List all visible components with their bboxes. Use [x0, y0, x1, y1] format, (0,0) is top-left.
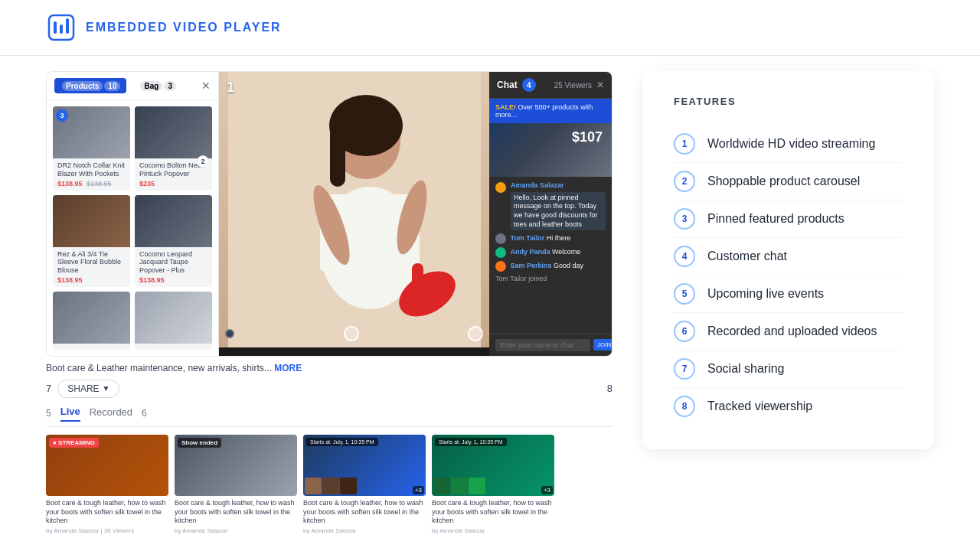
recorded-tab[interactable]: Recorded — [90, 406, 132, 421]
player-actions: 7 SHARE ▼ 8 — [46, 377, 612, 401]
svg-rect-3 — [66, 18, 69, 34]
chat-title-label: Chat — [497, 80, 518, 90]
more-badge: +3 — [413, 486, 424, 494]
feature-item: 5 Upcoming live events — [674, 276, 903, 313]
more-link[interactable]: MORE — [274, 363, 302, 373]
video-control-dot[interactable] — [225, 329, 234, 338]
product-badge: 3 — [56, 109, 68, 122]
chat-header: Chat 4 25 Viewers ✕ — [489, 72, 612, 99]
product-card[interactable] — [53, 292, 130, 350]
feature-label: Customer chat — [707, 249, 787, 263]
product-info: Cocomo Leopard Jacquard Taupe Popover - … — [135, 247, 212, 287]
product-name: Cocomo Leopard Jacquard Taupe Popover - … — [139, 250, 207, 275]
feature-item: 8 Tracked viewership — [674, 388, 903, 425]
products-tab[interactable]: Products10 — [54, 78, 126, 93]
feature-label: Shoppable product carousel — [707, 174, 860, 188]
live-tab[interactable]: Live — [60, 406, 80, 422]
thumbnail-image: ● STREAMING — [46, 435, 168, 496]
thumbnail-overlay — [433, 478, 485, 494]
share-number: 7 — [46, 383, 51, 394]
chat-input-area: JOIN CHAT — [489, 334, 612, 356]
feature-label: Worldwide HD video streaming — [707, 137, 875, 151]
feature-number: 3 — [674, 208, 695, 230]
main-content: Products10 Bag3 ✕ 3 DR2 Not — [0, 56, 980, 549]
feature-item: 7 Social sharing — [674, 350, 903, 388]
chat-badge: 4 — [522, 78, 536, 92]
product-card[interactable]: Cocomo Leopard Jacquard Taupe Popover - … — [135, 195, 212, 287]
chat-input[interactable] — [495, 339, 590, 351]
thumbnail-title: Boot care & tough leather, how to wash y… — [175, 499, 297, 526]
features-card: FEATURES 1 Worldwide HD video streaming … — [643, 71, 934, 449]
starts-badge: Starts at: July, 1, 10:35 PM — [306, 438, 378, 446]
svg-rect-2 — [60, 24, 63, 34]
feature-label: Pinned featured products — [707, 212, 844, 226]
chat-message: Tom Tailor joined — [495, 275, 606, 284]
video-controls[interactable] — [225, 326, 483, 341]
share-chevron-icon: ▼ — [103, 384, 110, 393]
chat-message: Andy Panda Welcome — [495, 247, 606, 258]
product-card[interactable] — [135, 292, 212, 350]
video-person — [219, 72, 489, 347]
header: EMBEDDED VIDEO PLAYER — [0, 0, 980, 56]
video-content — [228, 72, 481, 347]
feature-label: Recorded and uploaded videos — [707, 324, 877, 338]
chat-username: Tom Tailor — [511, 235, 545, 243]
feature-item: 4 Customer chat — [674, 238, 903, 276]
player-wrapper: Products10 Bag3 ✕ 3 DR2 Not — [46, 71, 612, 357]
video-control-button-2[interactable] — [468, 326, 483, 341]
product-image — [53, 195, 130, 247]
chat-username: Sam Perkins — [511, 262, 552, 270]
small-img — [451, 478, 468, 494]
join-chat-button[interactable]: JOIN CHAT — [593, 339, 612, 350]
product-price: $235 — [139, 180, 207, 187]
product-card[interactable]: 3 DR2 Notch Collar Knit Blazer With Pock… — [53, 106, 130, 191]
video-background: 1 — [219, 72, 489, 347]
video-number: 1 — [227, 80, 234, 96]
player-description: Boot care & Leather maintenance, new arr… — [46, 357, 612, 377]
small-img — [340, 478, 357, 494]
chat-message: Tom Tailor Hi there — [495, 233, 606, 244]
ended-badge: Show ended — [178, 438, 221, 448]
product-image — [135, 292, 212, 344]
feature-label: Upcoming live events — [707, 287, 824, 301]
thumbnail-card[interactable]: ● STREAMING Boot care & tough leather, h… — [46, 435, 168, 534]
feature-label: Social sharing — [707, 362, 785, 376]
video-control-button[interactable] — [344, 326, 359, 341]
player-top: Products10 Bag3 ✕ 3 DR2 Not — [47, 72, 612, 356]
logo-icon — [46, 12, 77, 43]
product-price: $138.95 — [139, 276, 207, 284]
svg-rect-7 — [330, 126, 345, 187]
product-card[interactable]: 2 Cocomo Bolton Neck Pintuck Popover $23… — [135, 106, 212, 191]
panel-close-button[interactable]: ✕ — [201, 80, 211, 92]
bag-tab[interactable]: Bag3 — [132, 78, 181, 93]
thumbnail-card[interactable]: Show ended Boot care & tough leather, ho… — [175, 435, 297, 534]
tabs-row: 5 Live Recorded 6 — [46, 401, 612, 427]
thumbnail-card[interactable]: Starts at: July, 1, 10:35 PM +3 Boot car… — [303, 435, 426, 534]
thumbnail-overlay — [305, 478, 357, 494]
app-title: EMBEDDED VIDEO PLAYER — [86, 21, 282, 34]
product-name: Rez & Ali 3/4 Tie Sleeve Floral Bubble B… — [57, 250, 126, 275]
panel-tabs: Products10 Bag3 ✕ — [47, 72, 218, 100]
share-button[interactable]: SHARE ▼ — [57, 380, 119, 398]
product-price: $138.95 $138.95 — [57, 180, 126, 187]
small-img — [322, 478, 339, 494]
product-image — [53, 292, 130, 344]
chat-username: Andy Panda — [511, 249, 550, 256]
chat-close-button[interactable]: ✕ — [596, 80, 604, 90]
thumbnail-author: by Amanda Salazar — [175, 527, 297, 534]
thumbnail-image: Show ended — [175, 435, 297, 496]
product-info — [53, 344, 130, 350]
feature-label: Tracked viewership — [707, 399, 812, 413]
chat-message: Sam Perkins Good day — [495, 261, 606, 272]
chat-panel: Chat 4 25 Viewers ✕ SALE! Over 500+ prod… — [489, 72, 612, 356]
product-card[interactable]: Rez & Ali 3/4 Tie Sleeve Floral Bubble B… — [53, 195, 130, 287]
product-name: DR2 Notch Collar Knit Blazer With Pocket… — [57, 161, 126, 178]
feature-number: 8 — [674, 396, 695, 417]
chat-viewers: 25 Viewers — [554, 81, 592, 90]
starts-badge: Starts at: July, 1, 10:35 PM — [435, 438, 507, 446]
chat-messages: Amanda Salazar Hello, Look at pinned mes… — [489, 177, 612, 334]
product-image — [135, 106, 212, 158]
product-info: DR2 Notch Collar Knit Blazer With Pocket… — [53, 158, 130, 191]
left-tab-number: 5 — [46, 408, 51, 419]
thumbnail-card[interactable]: Starts at: July, 1, 10:35 PM +3 Boot car… — [432, 435, 554, 534]
